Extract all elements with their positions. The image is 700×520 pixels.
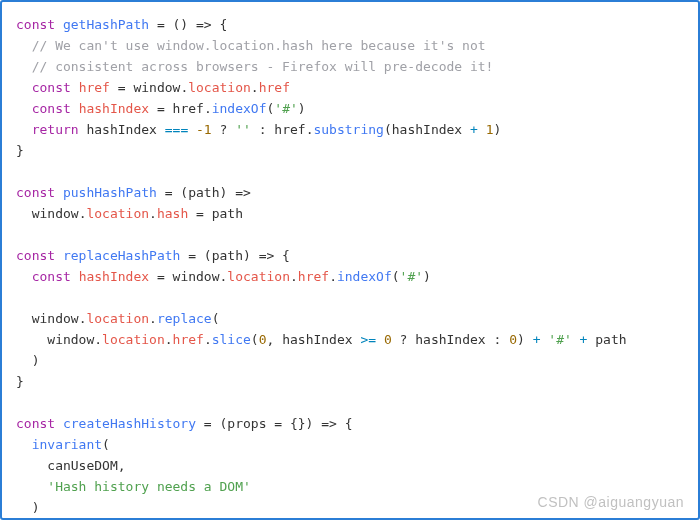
brace-close: } — [16, 374, 24, 389]
var-name: href — [79, 80, 110, 95]
keyword-return: return — [32, 122, 79, 137]
var-name: hashIndex — [79, 101, 149, 116]
fn-name: replaceHashPath — [63, 248, 180, 263]
keyword-const: const — [32, 269, 71, 284]
keyword-const: const — [32, 101, 71, 116]
comment: // We can't use window.location.hash her… — [32, 38, 486, 53]
arrow-head: = () => { — [149, 17, 227, 32]
keyword-const: const — [16, 185, 55, 200]
fn-name: pushHashPath — [63, 185, 157, 200]
keyword-const: const — [16, 416, 55, 431]
comment: // consistent across browsers - Firefox … — [32, 59, 494, 74]
fn-name: createHashHistory — [63, 416, 196, 431]
keyword-const: const — [32, 80, 71, 95]
code-block: const getHashPath = () => { // We can't … — [16, 14, 684, 518]
code-frame: const getHashPath = () => { // We can't … — [0, 0, 700, 520]
brace-close: } — [16, 143, 24, 158]
keyword-const: const — [16, 248, 55, 263]
var-name: hashIndex — [79, 269, 149, 284]
keyword-const: const — [16, 17, 55, 32]
fn-name: getHashPath — [63, 17, 149, 32]
